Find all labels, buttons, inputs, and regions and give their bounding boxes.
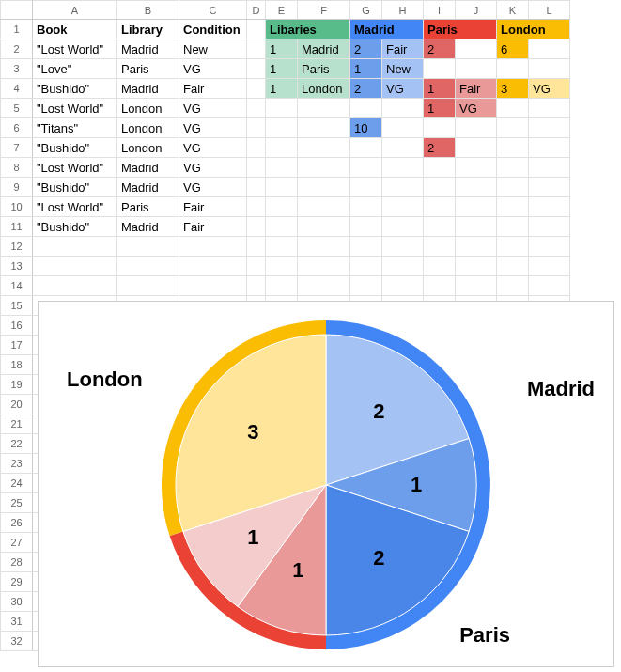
- cell-A7[interactable]: "Bushido": [33, 138, 117, 158]
- cell-F6[interactable]: [298, 118, 350, 138]
- cell-IJ1[interactable]: Paris: [424, 20, 497, 39]
- col-K[interactable]: K: [497, 1, 529, 20]
- cell-H6[interactable]: [382, 118, 424, 138]
- cell-I8[interactable]: [424, 158, 456, 178]
- cell-E11[interactable]: [266, 217, 298, 237]
- cell-E5[interactable]: [266, 99, 298, 118]
- row-19[interactable]: 19: [1, 375, 33, 395]
- cell-H7[interactable]: [382, 138, 424, 158]
- cell-G9[interactable]: [350, 178, 382, 197]
- cell-D12[interactable]: [247, 237, 266, 257]
- col-G[interactable]: G: [350, 1, 382, 20]
- cell-J4[interactable]: Fair: [456, 79, 497, 99]
- row-23[interactable]: 23: [1, 454, 33, 474]
- cell-C6[interactable]: VG: [179, 118, 247, 138]
- cell-F11[interactable]: [298, 217, 350, 237]
- cell-K6[interactable]: [497, 118, 529, 138]
- row-10[interactable]: 10: [1, 197, 33, 217]
- cell-I13[interactable]: [424, 257, 456, 276]
- col-L[interactable]: L: [529, 1, 570, 20]
- row-18[interactable]: 18: [1, 355, 33, 375]
- cell-B7[interactable]: London: [117, 138, 179, 158]
- cell-I7[interactable]: 2: [424, 138, 456, 158]
- cell-F13[interactable]: [298, 257, 350, 276]
- row-4[interactable]: 4: [1, 79, 33, 99]
- cell-L3[interactable]: [529, 59, 570, 79]
- row-31[interactable]: 31: [1, 612, 33, 632]
- cell-J5[interactable]: VG: [456, 99, 497, 118]
- cell-D13[interactable]: [247, 257, 266, 276]
- cell-C13[interactable]: [179, 257, 247, 276]
- cell-K8[interactable]: [497, 158, 529, 178]
- cell-B12[interactable]: [117, 237, 179, 257]
- cell-G11[interactable]: [350, 217, 382, 237]
- cell-B1[interactable]: Library: [117, 20, 179, 39]
- cell-C5[interactable]: VG: [179, 99, 247, 118]
- cell-L4[interactable]: VG: [529, 79, 570, 99]
- cell-EF1[interactable]: Libaries: [266, 20, 350, 39]
- cell-J7[interactable]: [456, 138, 497, 158]
- cell-L6[interactable]: [529, 118, 570, 138]
- cell-E6[interactable]: [266, 118, 298, 138]
- cell-L14[interactable]: [529, 276, 570, 296]
- cell-L11[interactable]: [529, 217, 570, 237]
- cell-J10[interactable]: [456, 197, 497, 217]
- cell-D2[interactable]: [247, 39, 266, 59]
- cell-K14[interactable]: [497, 276, 529, 296]
- cell-G6[interactable]: 10: [350, 118, 382, 138]
- cell-D6[interactable]: [247, 118, 266, 138]
- col-F[interactable]: F: [298, 1, 350, 20]
- row-26[interactable]: 26: [1, 513, 33, 533]
- cell-J8[interactable]: [456, 158, 497, 178]
- col-J[interactable]: J: [456, 1, 497, 20]
- cell-G14[interactable]: [350, 276, 382, 296]
- row-22[interactable]: 22: [1, 434, 33, 454]
- cell-K2[interactable]: 6: [497, 39, 529, 59]
- cell-F9[interactable]: [298, 178, 350, 197]
- cell-H9[interactable]: [382, 178, 424, 197]
- cell-F4[interactable]: London: [298, 79, 350, 99]
- cell-L10[interactable]: [529, 197, 570, 217]
- cell-A10[interactable]: "Lost World": [33, 197, 117, 217]
- cell-K5[interactable]: [497, 99, 529, 118]
- cell-H2[interactable]: Fair: [382, 39, 424, 59]
- cell-H3[interactable]: New: [382, 59, 424, 79]
- cell-B2[interactable]: Madrid: [117, 39, 179, 59]
- cell-H13[interactable]: [382, 257, 424, 276]
- cell-I12[interactable]: [424, 237, 456, 257]
- cell-A3[interactable]: "Love": [33, 59, 117, 79]
- cell-B14[interactable]: [117, 276, 179, 296]
- cell-L5[interactable]: [529, 99, 570, 118]
- cell-F2[interactable]: Madrid: [298, 39, 350, 59]
- cell-C10[interactable]: Fair: [179, 197, 247, 217]
- cell-D8[interactable]: [247, 158, 266, 178]
- cell-A4[interactable]: "Bushido": [33, 79, 117, 99]
- row-17[interactable]: 17: [1, 336, 33, 355]
- col-B[interactable]: B: [117, 1, 179, 20]
- cell-H14[interactable]: [382, 276, 424, 296]
- cell-H4[interactable]: VG: [382, 79, 424, 99]
- cell-A9[interactable]: "Bushido": [33, 178, 117, 197]
- cell-I2[interactable]: 2: [424, 39, 456, 59]
- cell-D9[interactable]: [247, 178, 266, 197]
- cell-E2[interactable]: 1: [266, 39, 298, 59]
- cell-C14[interactable]: [179, 276, 247, 296]
- cell-G7[interactable]: [350, 138, 382, 158]
- cell-K13[interactable]: [497, 257, 529, 276]
- row-5[interactable]: 5: [1, 99, 33, 118]
- cell-I6[interactable]: [424, 118, 456, 138]
- cell-K11[interactable]: [497, 217, 529, 237]
- cell-J13[interactable]: [456, 257, 497, 276]
- row-11[interactable]: 11: [1, 217, 33, 237]
- cell-J6[interactable]: [456, 118, 497, 138]
- col-A[interactable]: A: [33, 1, 117, 20]
- cell-G4[interactable]: 2: [350, 79, 382, 99]
- col-H[interactable]: H: [382, 1, 424, 20]
- cell-B13[interactable]: [117, 257, 179, 276]
- col-D[interactable]: D: [247, 1, 266, 20]
- cell-F10[interactable]: [298, 197, 350, 217]
- cell-I11[interactable]: [424, 217, 456, 237]
- cell-H10[interactable]: [382, 197, 424, 217]
- cell-E14[interactable]: [266, 276, 298, 296]
- cell-D10[interactable]: [247, 197, 266, 217]
